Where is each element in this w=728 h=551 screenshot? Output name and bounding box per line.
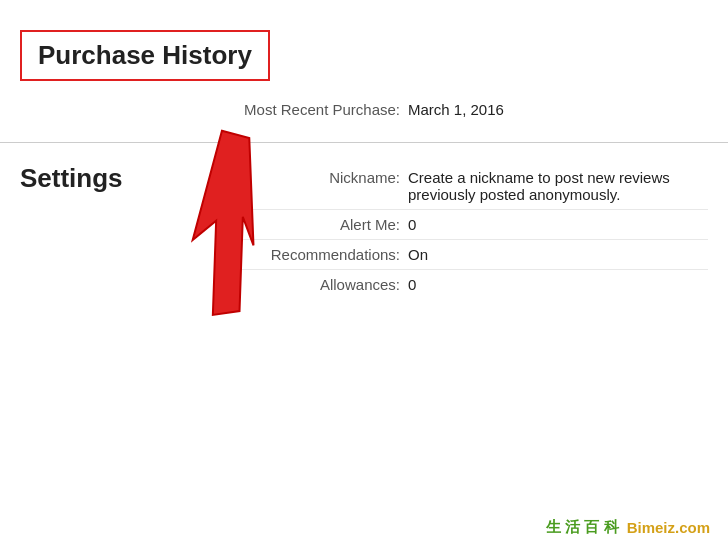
settings-row: Alert Me:0 (220, 210, 708, 240)
settings-field-value: Create a nickname to post new reviews pr… (408, 169, 708, 203)
settings-row: Recommendations:On (220, 240, 708, 270)
settings-field-value: 0 (408, 216, 708, 233)
watermark-text: 生 活 百 科 (546, 518, 619, 537)
settings-title: Settings (20, 163, 123, 194)
purchase-history-title: Purchase History (20, 30, 270, 81)
settings-field-label: Allowances: (220, 276, 400, 293)
page-container: Purchase History Most Recent Purchase: M… (0, 0, 728, 551)
settings-row: Nickname:Create a nickname to post new r… (220, 163, 708, 210)
settings-rows: Nickname:Create a nickname to post new r… (20, 163, 708, 299)
settings-field-label: Recommendations: (220, 246, 400, 263)
watermark: 生 活 百 科 Bimeiz.com (538, 514, 718, 541)
settings-field-value: 0 (408, 276, 708, 293)
settings-field-value: On (408, 246, 708, 263)
most-recent-row: Most Recent Purchase: March 1, 2016 (20, 97, 708, 122)
settings-field-label: Nickname: (220, 169, 400, 186)
watermark-url: Bimeiz.com (627, 519, 710, 536)
settings-field-label: Alert Me: (220, 216, 400, 233)
settings-row: Allowances:0 (220, 270, 708, 299)
most-recent-value: March 1, 2016 (408, 101, 708, 118)
purchase-history-section: Purchase History Most Recent Purchase: M… (0, 20, 728, 143)
settings-section: Settings Nickname:Create a nickname to p… (0, 143, 728, 319)
most-recent-label: Most Recent Purchase: (220, 101, 400, 118)
